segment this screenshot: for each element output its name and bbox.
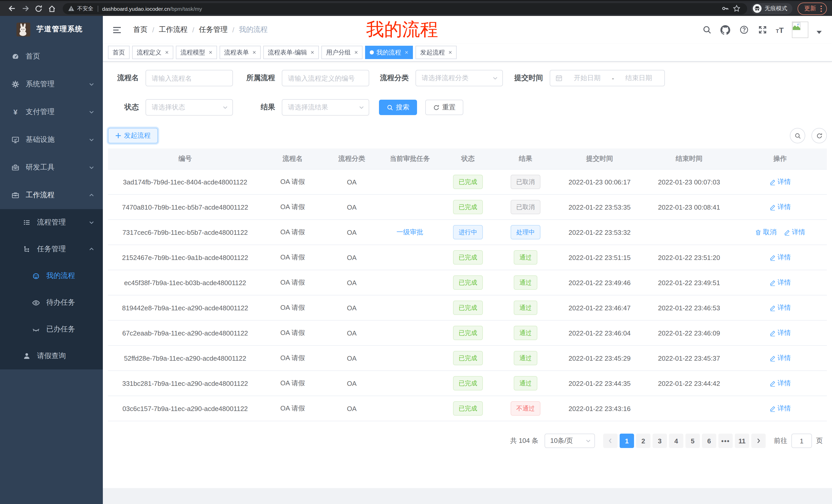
forward-icon[interactable] xyxy=(19,2,32,15)
hamburger-icon[interactable] xyxy=(110,23,124,36)
sidebar-item-done-task[interactable]: 已办任务 xyxy=(0,316,103,343)
detail-action[interactable]: 详情 xyxy=(769,328,791,338)
submit-time-range-picker[interactable]: 开始日期 - 结束日期 xyxy=(550,70,665,86)
page-button-1[interactable]: 1 xyxy=(620,433,634,448)
column-header-id: 编号 xyxy=(108,154,262,163)
tab-process-form-edit[interactable]: 流程表单-编辑× xyxy=(263,46,319,59)
tab-process-form[interactable]: 流程表单× xyxy=(219,46,261,59)
more-pages-button[interactable]: ••• xyxy=(718,433,733,448)
sidebar-item-payment[interactable]: ¥支付管理 xyxy=(0,98,103,126)
cancel-action[interactable]: 取消 xyxy=(755,228,777,237)
prev-page-button[interactable] xyxy=(603,433,618,448)
status-badge: 已完成 xyxy=(453,275,483,290)
cell-actions: 详情 xyxy=(733,253,827,262)
close-icon[interactable]: × xyxy=(448,49,452,55)
caret-down-icon[interactable] xyxy=(816,31,822,34)
table-row: 67c2eaab-7b9a-11ec-a290-acde48001122OA 请… xyxy=(108,320,827,346)
font-size-icon[interactable]: TT xyxy=(776,25,784,34)
chevron-down-icon xyxy=(88,164,95,171)
column-header-actions: 操作 xyxy=(733,154,827,163)
page-button-5[interactable]: 5 xyxy=(685,433,700,448)
sidebar-item-system[interactable]: 系统管理 xyxy=(0,71,103,98)
fullscreen-icon[interactable] xyxy=(757,25,768,35)
tab-home[interactable]: 首页 xyxy=(108,46,130,59)
detail-action[interactable]: 详情 xyxy=(769,303,791,312)
breadcrumb-item[interactable]: 工作流程 xyxy=(159,25,188,34)
tab-process-definition[interactable]: 流程定义× xyxy=(132,46,173,59)
close-icon[interactable]: × xyxy=(165,49,169,55)
page-button-11[interactable]: 11 xyxy=(735,433,749,448)
sidebar-item-task-mgmt[interactable]: 任务管理 xyxy=(0,236,103,262)
detail-action[interactable]: 详情 xyxy=(769,278,791,287)
detail-action[interactable]: 详情 xyxy=(769,354,791,363)
result-badge: 通过 xyxy=(514,250,537,264)
bookmark-star-icon[interactable] xyxy=(731,2,742,15)
reset-button[interactable]: 重置 xyxy=(425,100,463,115)
page-button-6[interactable]: 6 xyxy=(702,433,716,448)
page-unit-label: 页 xyxy=(816,436,823,445)
sidebar-item-leave-query[interactable]: 请假查询 xyxy=(0,343,103,369)
cell-id: 331bc281-7b9a-11ec-a290-acde48001122 xyxy=(108,380,262,387)
detail-action[interactable]: 详情 xyxy=(769,253,791,262)
cell-status: 已完成 xyxy=(439,250,497,264)
back-icon[interactable] xyxy=(5,2,19,15)
result-select[interactable]: 请选择流结果 xyxy=(282,99,369,116)
menu-dots-icon[interactable] xyxy=(820,5,822,12)
sidebar-item-my-process[interactable]: 我的流程 xyxy=(0,262,103,289)
sidebar-item-label: 请假查询 xyxy=(37,352,66,361)
category-select[interactable]: 请选择流程分类 xyxy=(415,70,503,86)
sidebar-item-todo-task[interactable]: 待办任务 xyxy=(0,289,103,316)
create-process-button[interactable]: 发起流程 xyxy=(108,128,158,143)
breadcrumb-item[interactable]: 任务管理 xyxy=(199,25,228,34)
url-bar[interactable]: 不安全 dashboard.yudao.iocoder.cn/bpm/task/… xyxy=(63,3,747,14)
detail-action[interactable]: 详情 xyxy=(769,379,791,388)
detail-action[interactable]: 详情 xyxy=(769,177,791,187)
tab-start-process[interactable]: 发起流程× xyxy=(415,46,457,59)
goto-page-input[interactable] xyxy=(791,433,812,448)
detail-action[interactable]: 详情 xyxy=(769,202,791,212)
sidebar-item-infra[interactable]: 基础设施 xyxy=(0,126,103,153)
start-date-placeholder: 开始日期 xyxy=(567,74,608,83)
process-def-input[interactable] xyxy=(282,70,369,86)
close-icon[interactable]: × xyxy=(311,49,314,55)
sidebar-item-devtools[interactable]: 研发工具 xyxy=(0,153,103,181)
close-icon[interactable]: × xyxy=(209,49,212,55)
close-icon[interactable]: × xyxy=(253,49,256,55)
tab-user-group[interactable]: 用户分组× xyxy=(321,46,363,59)
refresh-table-button[interactable] xyxy=(811,128,827,143)
tab-process-model[interactable]: 流程模型× xyxy=(176,46,217,59)
reload-icon[interactable] xyxy=(32,2,45,15)
cell-status: 已完成 xyxy=(439,401,497,416)
tab-my-process[interactable]: 我的流程× xyxy=(365,46,413,59)
cell-task-link[interactable]: 一级审批 xyxy=(381,228,439,237)
filter-label-status: 状态 xyxy=(108,103,139,112)
search-button[interactable]: 搜索 xyxy=(379,100,417,115)
page-size-select[interactable]: 10条/页 xyxy=(545,433,595,448)
next-page-button[interactable] xyxy=(751,433,766,448)
github-icon[interactable] xyxy=(720,25,730,35)
sidebar-item-process-mgmt[interactable]: 流程管理 xyxy=(0,209,103,236)
close-icon[interactable]: × xyxy=(354,49,358,55)
process-name-input[interactable] xyxy=(146,70,233,86)
toggle-search-button[interactable] xyxy=(790,128,805,143)
close-icon[interactable]: × xyxy=(405,49,408,55)
cell-submit-time: 2022-01-22 23:49:46 xyxy=(554,279,645,286)
update-button[interactable]: 更新 xyxy=(798,2,827,15)
cell-end-time: 2022-01-22 23:46:53 xyxy=(645,304,733,312)
page-button-4[interactable]: 4 xyxy=(669,433,683,448)
sidebar-item-workflow[interactable]: 工作流程 xyxy=(0,181,103,209)
page-button-2[interactable]: 2 xyxy=(636,433,650,448)
search-icon[interactable] xyxy=(702,25,712,35)
create-process-label: 发起流程 xyxy=(124,131,151,140)
app-logo-row[interactable]: 芋道管理系统 xyxy=(0,16,103,43)
detail-action[interactable]: 详情 xyxy=(784,228,805,237)
avatar[interactable] xyxy=(792,22,808,38)
help-icon[interactable] xyxy=(739,25,749,35)
breadcrumb-item[interactable]: 首页 xyxy=(133,25,148,34)
password-key-icon[interactable] xyxy=(719,2,731,15)
detail-action[interactable]: 详情 xyxy=(769,404,791,413)
status-select[interactable]: 请选择状态 xyxy=(146,99,233,116)
sidebar-item-home[interactable]: 首页 xyxy=(0,43,103,71)
page-button-3[interactable]: 3 xyxy=(653,433,667,448)
home-icon[interactable] xyxy=(45,2,59,15)
